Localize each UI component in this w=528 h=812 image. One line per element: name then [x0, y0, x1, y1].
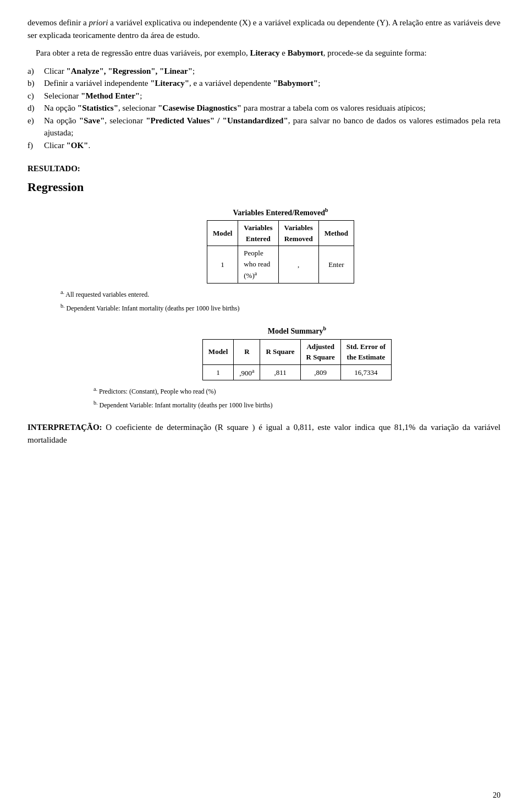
table2-wrapper: Model Summaryb Model R R Square Adjusted…: [94, 324, 501, 380]
table1-title-sup: b: [325, 207, 328, 213]
table1-row1: 1 Peoplewho read(%)a , Enter: [207, 246, 354, 284]
table2: Model R R Square AdjustedR Square Std. E…: [202, 339, 392, 381]
intro-para1: devemos definir a priori a variável expl…: [28, 17, 501, 41]
page-number: 20: [493, 789, 501, 801]
table1-title: Variables Entered/Removedb: [61, 206, 501, 219]
step-d-label: d): [28, 102, 44, 115]
table1-cell-model: 1: [207, 246, 238, 284]
table1: Model VariablesEntered VariablesRemoved …: [207, 220, 354, 284]
step-c-label: c): [28, 90, 44, 102]
table2-col-model: Model: [202, 339, 233, 364]
step-f-text: Clicar "OK".: [44, 139, 501, 152]
table1-col-model: Model: [207, 221, 238, 246]
table1-entered-sup: a: [255, 270, 257, 276]
table2-footnote-b: b. Dependent Variable: Infant mortality …: [94, 399, 501, 410]
step-a-text: Clicar "Analyze", "Regression", "Linear"…: [44, 65, 501, 78]
step-b-label: b): [28, 77, 44, 90]
table1-wrapper: Variables Entered/Removedb Model Variabl…: [61, 206, 501, 284]
step-c-text: Selecionar "Method Enter";: [44, 90, 501, 102]
table2-col-r: R: [234, 339, 260, 364]
table2-footnotes: a. Predictors: (Constant), People who re…: [94, 385, 501, 410]
regression-title: Regression: [28, 178, 501, 196]
step-e-label: e): [28, 115, 44, 139]
table2-title-sup: b: [323, 325, 327, 331]
table2-section: Model Summaryb Model R R Square Adjusted…: [28, 324, 501, 410]
step-d-text: Na opção "Statistics", selecionar "Casew…: [44, 102, 501, 115]
step-f-label: f): [28, 139, 44, 152]
table1-section: Variables Entered/Removedb Model Variabl…: [28, 206, 501, 313]
steps-table: a) Clicar "Analyze", "Regression", "Line…: [28, 65, 501, 152]
table2-col-rsquare: R Square: [260, 339, 300, 364]
table2-row1: 1 ,900a ,811 ,809 16,7334: [202, 364, 391, 380]
table1-footnotes: a. All requested variables entered. b. D…: [61, 288, 501, 313]
step-b-text: Definir a variável independente "Literac…: [44, 77, 501, 90]
table2-r-sup: a: [252, 368, 254, 374]
interpretacao-paragraph: INTERPRETAÇÃO: O coeficiente de determin…: [28, 421, 501, 446]
table1-cell-removed: ,: [278, 246, 318, 284]
table1-footnote-b: b. Dependent Variable: Infant mortality …: [61, 302, 501, 313]
table2-cell-r: ,900a: [234, 364, 260, 380]
table1-col-removed: VariablesRemoved: [278, 221, 318, 246]
table1-cell-method: Enter: [318, 246, 354, 284]
table2-cell-rsquare: ,811: [260, 364, 300, 380]
table2-cell-model: 1: [202, 364, 233, 380]
table2-footnote-a: a. Predictors: (Constant), People who re…: [94, 385, 501, 396]
table2-cell-adjrsquare: ,809: [300, 364, 340, 380]
table1-col-method: Method: [318, 221, 354, 246]
table1-cell-entered: Peoplewho read(%)a: [238, 246, 278, 284]
intro-para2: Para obter a reta de regressão entre dua…: [28, 47, 501, 59]
table2-title: Model Summaryb: [94, 324, 501, 337]
resultado-label: RESULTADO:: [28, 162, 501, 175]
step-e-text: Na opção "Save", selecionar "Predicted V…: [44, 115, 501, 139]
table1-footnote-a: a. All requested variables entered.: [61, 288, 501, 299]
table2-col-adjrsquare: AdjustedR Square: [300, 339, 340, 364]
table1-col-entered: VariablesEntered: [238, 221, 278, 246]
main-content: devemos definir a priori a variável expl…: [28, 17, 501, 446]
table2-cell-stderr: 16,7334: [340, 364, 391, 380]
interpretacao-label: INTERPRETAÇÃO:: [28, 423, 102, 432]
table2-col-stderr: Std. Error ofthe Estimate: [340, 339, 391, 364]
step-a-label: a): [28, 65, 44, 78]
